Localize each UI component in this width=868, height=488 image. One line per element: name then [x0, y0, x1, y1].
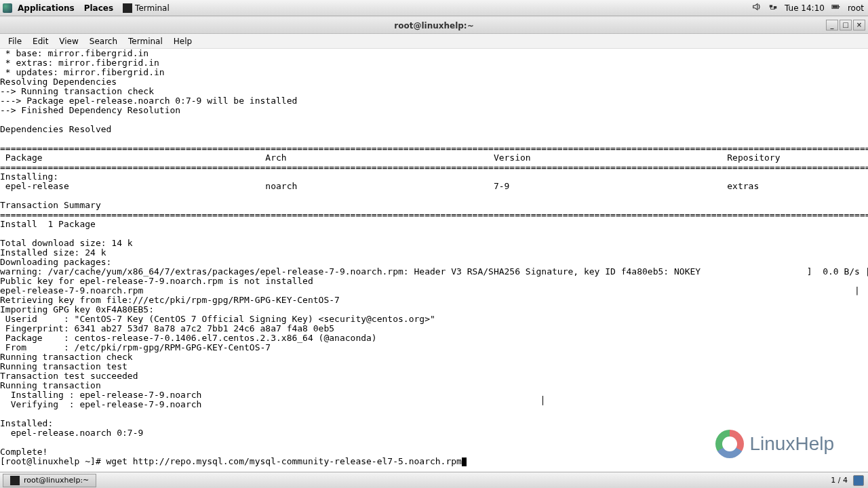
- close-button[interactable]: ×: [853, 20, 865, 30]
- menu-help[interactable]: Help: [168, 35, 197, 47]
- active-app-label: Terminal: [135, 3, 170, 13]
- svg-rect-0: [770, 5, 772, 7]
- clock[interactable]: Tue 14:10: [785, 3, 825, 13]
- user-menu[interactable]: root: [848, 3, 864, 13]
- taskbar-terminal[interactable]: root@linuxhelp:~: [3, 474, 96, 487]
- menu-search[interactable]: Search: [84, 35, 123, 47]
- linuxhelp-watermark: LinuxHelp: [715, 430, 834, 458]
- bottom-panel: root@linuxhelp:~ 1 / 4: [0, 472, 868, 488]
- linuxhelp-logo-icon: [715, 430, 744, 458]
- maximize-button[interactable]: □: [840, 20, 852, 30]
- taskbar-label: root@linuxhelp:~: [24, 476, 89, 485]
- active-app-indicator[interactable]: Terminal: [119, 3, 174, 13]
- menu-view[interactable]: View: [54, 35, 83, 47]
- watermark-text: LinuxHelp: [749, 433, 834, 455]
- titlebar[interactable]: root@linuxhelp:~ _ □ ×: [0, 18, 868, 34]
- terminal-window: root@linuxhelp:~ _ □ × File Edit View Se…: [0, 18, 868, 472]
- cursor-icon: [462, 458, 467, 466]
- network-icon[interactable]: [768, 2, 778, 14]
- battery-icon[interactable]: [831, 2, 841, 14]
- workspace-indicator[interactable]: 1 / 4: [831, 476, 848, 485]
- terminal-icon: [123, 3, 132, 13]
- terminal-text: * base: mirror.fibergrid.in * extras: mi…: [0, 49, 868, 466]
- top-panel: Applications Places Terminal Tue 14:10 r…: [0, 0, 868, 16]
- terminal-output[interactable]: * base: mirror.fibergrid.in * extras: mi…: [0, 49, 868, 472]
- window-title: root@linuxhelp:~: [394, 21, 473, 30]
- svg-rect-3: [838, 6, 840, 7]
- volume-icon[interactable]: [752, 2, 762, 14]
- gnome-logo-icon: [3, 3, 12, 13]
- places-menu[interactable]: Places: [80, 2, 117, 14]
- menu-terminal[interactable]: Terminal: [123, 35, 168, 47]
- menubar: File Edit View Search Terminal Help: [0, 34, 868, 49]
- minimize-button[interactable]: _: [826, 20, 838, 30]
- menu-edit[interactable]: Edit: [27, 35, 54, 47]
- show-desktop-icon[interactable]: [853, 475, 864, 486]
- applications-menu[interactable]: Applications: [14, 2, 79, 14]
- terminal-icon: [10, 476, 20, 485]
- menu-file[interactable]: File: [3, 35, 27, 47]
- text-caret-icon: [542, 396, 543, 405]
- svg-rect-4: [833, 5, 838, 8]
